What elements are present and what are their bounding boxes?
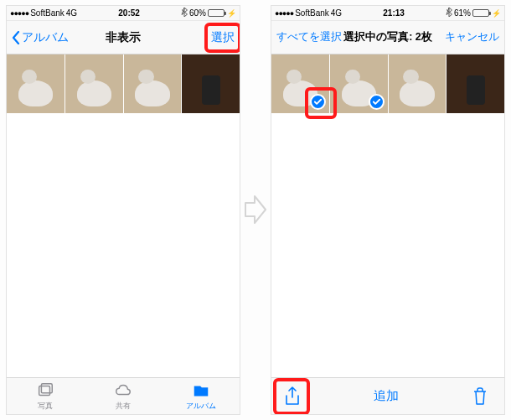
network-label: 4G	[66, 8, 77, 18]
svg-rect-0	[39, 386, 50, 395]
photo-thumb[interactable]	[271, 54, 330, 113]
status-right: 61% ⚡	[446, 8, 501, 18]
trash-icon	[472, 387, 488, 406]
cloud-icon	[114, 381, 132, 400]
bluetooth-icon	[181, 8, 188, 18]
share-icon	[284, 386, 301, 407]
chevron-left-icon	[12, 31, 20, 44]
tab-albums[interactable]: アルバム	[162, 378, 240, 414]
nav-cancel-button[interactable]: キャンセル	[445, 30, 499, 44]
photo-thumb[interactable]	[65, 54, 124, 113]
battery-pct: 60%	[189, 8, 206, 18]
photo-thumb[interactable]	[330, 54, 389, 113]
nav-select-button[interactable]: 選択	[211, 30, 235, 45]
arrow-right-icon	[244, 194, 267, 225]
phone-right: ●●●●● SoftBank 4G 21:13 61% ⚡ すべてを選択 選択中…	[271, 5, 505, 415]
battery-icon	[472, 9, 489, 17]
tab-shared-label: 共有	[116, 401, 131, 412]
carrier-label: SoftBank	[295, 8, 329, 18]
nav-select-all-label: すべてを選択	[276, 30, 342, 44]
charging-icon: ⚡	[227, 9, 236, 18]
tab-photos-label: 写真	[38, 401, 53, 412]
photos-stack-icon	[36, 381, 54, 400]
trash-button[interactable]	[466, 387, 494, 406]
tab-photos[interactable]: 写真	[7, 378, 85, 414]
nav-back-label: アルバム	[22, 30, 69, 45]
photo-thumb[interactable]	[7, 54, 65, 113]
selection-check-icon	[369, 94, 385, 110]
selection-check-icon	[310, 94, 326, 110]
content-area	[7, 54, 240, 377]
photo-thumb[interactable]	[124, 54, 183, 113]
photo-thumb[interactable]	[182, 54, 240, 113]
status-left: ●●●●● SoftBank 4G	[10, 8, 77, 18]
nav-bar: すべてを選択 選択中の写真: 2枚 キャンセル	[271, 21, 504, 54]
album-icon	[192, 381, 210, 400]
carrier-label: SoftBank	[30, 8, 65, 18]
signal-dots-icon: ●●●●●	[275, 9, 293, 18]
status-left: ●●●●● SoftBank 4G	[275, 8, 342, 18]
add-to-label: 追加	[374, 388, 399, 402]
content-area	[271, 54, 504, 377]
charging-icon: ⚡	[492, 9, 501, 18]
nav-cancel-label: キャンセル	[445, 30, 499, 44]
tab-bar: 写真 共有 アルバム	[7, 377, 240, 414]
network-label: 4G	[331, 8, 342, 18]
status-bar: ●●●●● SoftBank 4G 20:52 60% ⚡	[7, 6, 240, 21]
tab-albums-label: アルバム	[186, 401, 216, 412]
battery-icon	[208, 9, 225, 17]
add-to-button[interactable]: 追加	[374, 388, 399, 404]
bluetooth-icon	[446, 8, 452, 18]
phone-left: ●●●●● SoftBank 4G 20:52 60% ⚡ アルバム 非表示 選…	[6, 5, 240, 415]
photo-grid	[7, 54, 240, 113]
share-button[interactable]	[278, 386, 307, 407]
status-time: 21:13	[383, 8, 405, 18]
nav-select-label: 選択	[211, 30, 235, 45]
photo-grid	[271, 54, 504, 113]
photo-thumb[interactable]	[389, 54, 447, 113]
nav-back-button[interactable]: アルバム	[12, 30, 69, 45]
nav-select-all-button[interactable]: すべてを選択	[276, 30, 342, 44]
battery-pct: 61%	[454, 8, 471, 18]
svg-rect-1	[42, 383, 53, 392]
toolbar: 追加	[271, 377, 504, 414]
status-bar: ●●●●● SoftBank 4G 21:13 61% ⚡	[271, 6, 504, 21]
signal-dots-icon: ●●●●●	[10, 9, 28, 18]
photo-thumb[interactable]	[446, 54, 504, 113]
nav-bar: アルバム 非表示 選択	[7, 21, 240, 54]
status-time: 20:52	[118, 8, 140, 18]
tab-shared[interactable]: 共有	[85, 378, 163, 414]
status-right: 60% ⚡	[181, 8, 236, 18]
